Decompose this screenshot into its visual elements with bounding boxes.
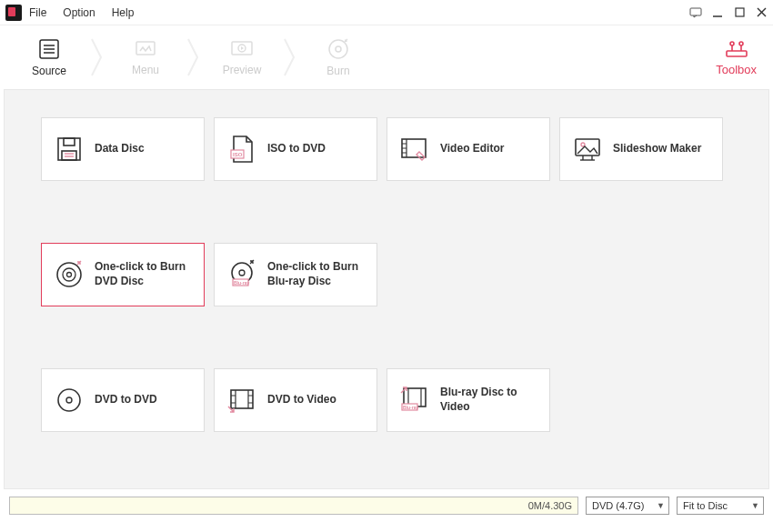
- fit-value: Fit to Disc: [683, 500, 728, 511]
- nav-step-preview[interactable]: Preview: [202, 30, 282, 85]
- tool-dvd-to-video[interactable]: DVD to Video: [214, 368, 377, 432]
- toolbox-icon: [723, 38, 750, 60]
- nav-chevron-icon: [89, 30, 105, 85]
- chevron-down-icon: ▼: [751, 501, 759, 510]
- title-bar: File Option Help: [0, 0, 773, 25]
- disc-type-select[interactable]: DVD (4.7G) ▼: [586, 497, 669, 515]
- tool-grid: Data Disc ISO ISO to DVD Video Editor Sl…: [41, 117, 732, 432]
- svg-point-12: [329, 40, 347, 58]
- menu-icon: [133, 38, 158, 60]
- close-button[interactable]: [755, 6, 768, 19]
- svg-text:Blu-ray: Blu-ray: [234, 280, 249, 286]
- nav-label: Preview: [223, 64, 262, 76]
- svg-rect-14: [727, 51, 747, 56]
- tool-label: DVD to Video: [267, 393, 336, 407]
- disc-burn-icon: [53, 258, 85, 291]
- progress-bar: 0M/4.30G: [9, 497, 578, 515]
- svg-point-32: [581, 143, 585, 146]
- tool-label: Data Disc: [95, 142, 145, 156]
- window-controls: [689, 6, 768, 19]
- svg-point-43: [58, 389, 80, 411]
- tool-bluray-to-video[interactable]: Blu-ray Blu-ray Disc to Video: [386, 368, 550, 432]
- tool-label: Blu-ray Disc to Video: [440, 386, 538, 414]
- svg-point-38: [67, 273, 72, 277]
- nav-label: Burn: [326, 65, 349, 77]
- tool-one-click-dvd[interactable]: One-click to Burn DVD Disc: [41, 243, 205, 306]
- preview-icon: [228, 38, 256, 60]
- tool-label: DVD to DVD: [95, 393, 157, 407]
- disc-type-value: DVD (4.7G): [592, 500, 644, 511]
- tool-label: Slideshow Maker: [613, 142, 701, 156]
- menu-file[interactable]: File: [29, 6, 46, 19]
- nav-label: Menu: [132, 64, 159, 76]
- app-logo: [5, 5, 22, 21]
- main-area: Data Disc ISO ISO to DVD Video Editor Sl…: [4, 89, 769, 489]
- tool-iso-to-dvd[interactable]: ISO ISO to DVD: [214, 117, 377, 181]
- nav-toolbox[interactable]: Toolbox: [708, 35, 764, 80]
- nav-bar: Source Menu Preview Burn Toolbox: [0, 25, 773, 89]
- menu-option[interactable]: Option: [63, 6, 95, 19]
- svg-rect-9: [136, 42, 155, 55]
- svg-text:ISO: ISO: [233, 152, 243, 157]
- svg-rect-0: [690, 8, 701, 15]
- feedback-icon[interactable]: [689, 6, 702, 19]
- svg-rect-31: [576, 139, 599, 156]
- maximize-button[interactable]: [733, 6, 746, 19]
- tool-one-click-bluray[interactable]: Blu-ray One-click to Burn Blu-ray Disc: [214, 243, 377, 306]
- svg-rect-2: [736, 8, 744, 16]
- svg-point-44: [66, 397, 72, 403]
- svg-point-40: [239, 270, 245, 276]
- progress-text: 0M/4.30G: [528, 500, 572, 511]
- nav-label: Toolbox: [716, 63, 757, 76]
- nav-chevron-icon: [282, 30, 298, 85]
- tool-label: Video Editor: [440, 142, 504, 156]
- slideshow-icon: [571, 133, 604, 166]
- nav-chevron-icon: [186, 30, 202, 85]
- svg-rect-45: [231, 390, 253, 408]
- video-editor-icon: [398, 133, 431, 166]
- svg-point-37: [63, 268, 75, 281]
- svg-point-18: [739, 42, 743, 45]
- burn-icon: [326, 37, 350, 61]
- svg-point-17: [730, 42, 734, 45]
- nav-label: Source: [32, 65, 66, 77]
- menu-bar: File Option Help: [29, 6, 134, 19]
- floppy-icon: [53, 133, 85, 166]
- fit-select[interactable]: Fit to Disc ▼: [677, 497, 764, 515]
- svg-point-13: [336, 46, 341, 52]
- bluray-burn-icon: Blu-ray: [226, 258, 258, 291]
- menu-help[interactable]: Help: [112, 6, 135, 19]
- tool-dvd-to-dvd[interactable]: DVD to DVD: [41, 368, 205, 432]
- tool-label: One-click to Burn DVD Disc: [95, 260, 193, 288]
- nav-step-burn[interactable]: Burn: [298, 30, 378, 85]
- disc-icon: [53, 384, 85, 417]
- svg-rect-20: [64, 138, 75, 146]
- film-export-icon: [226, 384, 258, 417]
- tool-video-editor[interactable]: Video Editor: [386, 117, 550, 181]
- tool-label: One-click to Burn Blu-ray Disc: [267, 260, 366, 288]
- iso-file-icon: ISO: [226, 133, 258, 166]
- svg-point-36: [57, 263, 81, 286]
- nav-step-menu[interactable]: Menu: [105, 30, 186, 85]
- tool-data-disc[interactable]: Data Disc: [41, 117, 205, 181]
- svg-text:Blu-ray: Blu-ray: [403, 405, 418, 410]
- tool-label: ISO to DVD: [267, 142, 326, 156]
- nav-step-source[interactable]: Source: [9, 30, 89, 85]
- minimize-button[interactable]: [711, 6, 724, 19]
- svg-rect-21: [62, 151, 76, 160]
- source-icon: [36, 37, 62, 61]
- bottom-bar: 0M/4.30G DVD (4.7G) ▼ Fit to Disc ▼: [0, 489, 773, 515]
- bluray-export-icon: Blu-ray: [398, 384, 431, 417]
- chevron-down-icon: ▼: [657, 501, 665, 510]
- tool-slideshow-maker[interactable]: Slideshow Maker: [559, 117, 723, 181]
